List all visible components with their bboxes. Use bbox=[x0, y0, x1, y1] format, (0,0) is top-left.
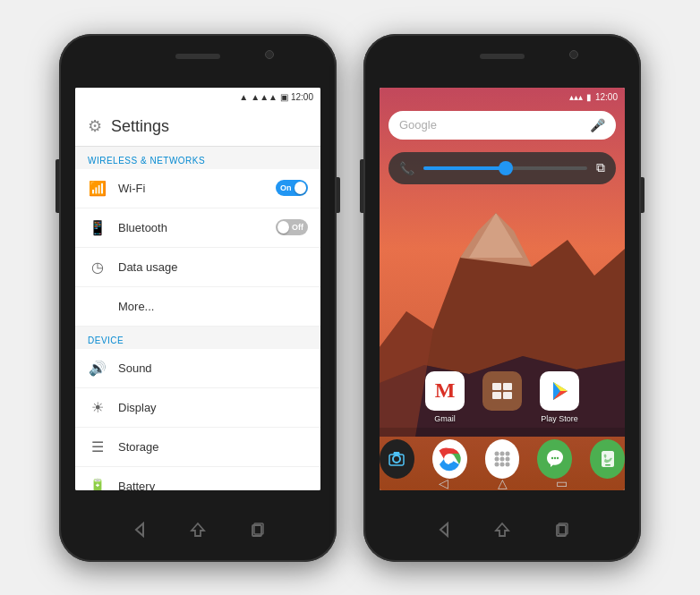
data-usage-item[interactable]: ◷ Data usage bbox=[75, 248, 320, 287]
storage-item[interactable]: ☰ Storage bbox=[75, 428, 320, 467]
svg-point-30 bbox=[499, 462, 504, 466]
svg-point-27 bbox=[499, 456, 504, 461]
svg-marker-37 bbox=[496, 523, 508, 536]
display-label: Display bbox=[118, 401, 308, 414]
svg-point-18 bbox=[393, 455, 400, 463]
home-recents-button[interactable]: ▭ bbox=[545, 467, 577, 490]
nav-bar-right bbox=[363, 514, 641, 546]
storage-icon: ☰ bbox=[88, 438, 107, 455]
svg-rect-12 bbox=[492, 392, 501, 399]
gmail-app[interactable]: M Gmail bbox=[425, 371, 465, 423]
play-store-label: Play Store bbox=[541, 414, 578, 423]
home-time: 12:00 bbox=[595, 92, 618, 102]
svg-point-26 bbox=[494, 456, 499, 461]
google-label: Google bbox=[399, 118, 590, 132]
svg-rect-10 bbox=[492, 383, 501, 390]
home-app-grid: M Gmail bbox=[380, 371, 625, 423]
nav-bar bbox=[59, 514, 337, 546]
recents-button-right[interactable] bbox=[545, 514, 577, 546]
volume-thumb[interactable] bbox=[499, 161, 513, 175]
battery-label: Battery bbox=[118, 480, 308, 490]
svg-marker-20 bbox=[393, 452, 400, 455]
mystery-icon[interactable] bbox=[482, 371, 522, 411]
volume-button-right[interactable] bbox=[360, 159, 363, 213]
home-home-button[interactable]: △ bbox=[486, 467, 518, 490]
wifi-label: Wi-Fi bbox=[118, 182, 265, 195]
wifi-status-icon: ▲ bbox=[239, 92, 248, 102]
back-button[interactable] bbox=[123, 514, 155, 546]
power-button[interactable] bbox=[337, 177, 340, 213]
volume-fill bbox=[423, 166, 506, 170]
volume-icon: 📞 bbox=[399, 161, 414, 175]
svg-marker-0 bbox=[136, 523, 143, 536]
display-item[interactable]: ☀ Display bbox=[75, 388, 320, 428]
settings-header: ⚙ Settings bbox=[75, 107, 320, 147]
settings-screen: ▲ ▲▲▲ ▣ 12:00 ⚙ Settings WIRELESS & NETW… bbox=[75, 88, 320, 490]
section-wireless: WIRELESS & NETWORKS bbox=[75, 147, 320, 169]
gmail-label: Gmail bbox=[434, 414, 456, 423]
battery-item[interactable]: 🔋 Battery bbox=[75, 467, 320, 490]
svg-rect-35 bbox=[605, 464, 610, 466]
data-usage-label: Data usage bbox=[118, 260, 308, 274]
bluetooth-label: Bluetooth bbox=[118, 221, 265, 234]
power-button-right[interactable] bbox=[641, 177, 645, 213]
camera-dot-right bbox=[569, 50, 578, 59]
gmail-icon[interactable]: M bbox=[425, 371, 465, 411]
battery-status-icon: ▣ bbox=[280, 92, 288, 102]
svg-point-24 bbox=[499, 451, 504, 455]
wifi-icon: 📶 bbox=[88, 180, 107, 197]
display-icon: ☀ bbox=[88, 399, 107, 416]
data-usage-icon: ◷ bbox=[88, 259, 107, 276]
home-wifi-icon: ▴▴▴ bbox=[569, 92, 583, 102]
volume-button[interactable] bbox=[55, 159, 59, 213]
phone-left: ▲ ▲▲▲ ▣ 12:00 ⚙ Settings WIRELESS & NETW… bbox=[59, 34, 337, 562]
time-display: 12:00 bbox=[291, 92, 313, 102]
svg-point-29 bbox=[494, 462, 499, 466]
svg-point-23 bbox=[494, 451, 499, 455]
sound-label: Sound bbox=[118, 361, 308, 375]
svg-point-33 bbox=[554, 456, 556, 458]
back-button-right[interactable] bbox=[427, 514, 459, 546]
play-store-app[interactable]: Play Store bbox=[540, 371, 579, 423]
settings-gear-icon: ⚙ bbox=[88, 116, 102, 136]
home-battery-icon: ▮ bbox=[586, 92, 592, 102]
mystery-app[interactable] bbox=[482, 371, 522, 423]
settings-list: WIRELESS & NETWORKS 📶 Wi-Fi On 📱 Bluetoo… bbox=[75, 147, 320, 490]
volume-slider[interactable] bbox=[423, 166, 587, 170]
svg-point-32 bbox=[551, 456, 553, 458]
volume-widget[interactable]: 📞 ⧉ bbox=[388, 152, 616, 184]
svg-point-31 bbox=[505, 462, 509, 466]
bluetooth-item[interactable]: 📱 Bluetooth Off bbox=[75, 208, 320, 248]
speaker-right bbox=[480, 54, 525, 59]
sound-item[interactable]: 🔊 Sound bbox=[75, 349, 320, 388]
svg-marker-36 bbox=[440, 523, 448, 536]
more-item[interactable]: More... bbox=[75, 287, 320, 327]
status-bar: ▲ ▲▲▲ ▣ 12:00 bbox=[75, 88, 320, 107]
storage-label: Storage bbox=[118, 440, 308, 454]
more-label: More... bbox=[118, 300, 308, 313]
settings-title: Settings bbox=[111, 117, 169, 136]
svg-point-34 bbox=[557, 456, 559, 458]
volume-settings-icon[interactable]: ⧉ bbox=[596, 160, 605, 175]
svg-point-25 bbox=[505, 451, 509, 455]
svg-rect-13 bbox=[503, 392, 512, 399]
svg-point-22 bbox=[445, 455, 454, 463]
section-device: DEVICE bbox=[75, 327, 320, 349]
home-back-button[interactable]: ◁ bbox=[427, 467, 459, 490]
battery-icon: 🔋 bbox=[88, 478, 107, 490]
svg-rect-11 bbox=[503, 383, 512, 390]
play-store-icon[interactable] bbox=[540, 371, 579, 411]
svg-marker-1 bbox=[192, 523, 204, 536]
camera-dot bbox=[265, 50, 274, 59]
status-icons: ▲ ▲▲▲ ▣ 12:00 bbox=[239, 92, 313, 102]
home-button[interactable] bbox=[182, 514, 214, 546]
wifi-toggle[interactable]: On bbox=[276, 180, 308, 196]
home-button-right[interactable] bbox=[486, 514, 518, 546]
bluetooth-toggle[interactable]: Off bbox=[276, 219, 308, 235]
mic-icon[interactable]: 🎤 bbox=[590, 118, 605, 132]
recents-button[interactable] bbox=[241, 514, 273, 546]
phone-right: ▴▴▴ ▮ 12:00 Google 🎤 📞 ⧉ bbox=[363, 34, 641, 562]
google-search-bar[interactable]: Google 🎤 bbox=[388, 111, 616, 140]
wifi-item[interactable]: 📶 Wi-Fi On bbox=[75, 169, 320, 208]
home-status-bar: ▴▴▴ ▮ 12:00 bbox=[380, 88, 625, 107]
